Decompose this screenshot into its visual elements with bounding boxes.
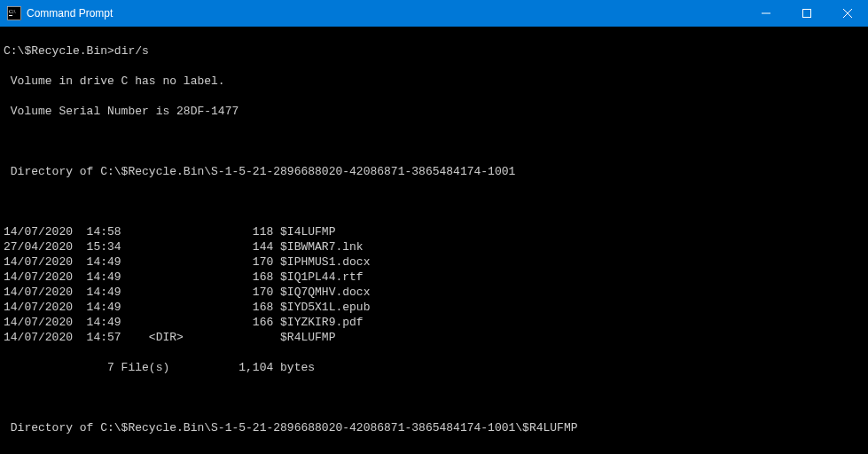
cmd-icon: C:\	[7, 6, 21, 20]
file-row: 14/07/2020 14:49 170 $IQ7QMHV.docx	[4, 285, 864, 300]
prompt-line: C:\$Recycle.Bin>dir/s	[4, 43, 864, 59]
titlebar[interactable]: C:\ Command Prompt	[0, 0, 868, 27]
blank-line	[4, 194, 864, 209]
volume-label-line: Volume in drive C has no label.	[4, 74, 864, 89]
file-row: 27/04/2020 15:34 144 $IBWMAR7.lnk	[4, 239, 864, 254]
blank-line	[4, 450, 864, 454]
file-row: 14/07/2020 14:49 168 $IQ1PL44.rtf	[4, 270, 864, 285]
blank-line	[4, 134, 864, 149]
volume-serial-line: Volume Serial Number is 28DF-1477	[4, 104, 864, 119]
window-title: Command Prompt	[27, 7, 113, 20]
file-row: 14/07/2020 14:58 118 $I4LUFMP	[4, 224, 864, 239]
svg-rect-3	[9, 15, 12, 16]
minimize-button[interactable]	[746, 0, 786, 27]
directory-header: Directory of C:\$Recycle.Bin\S-1-5-21-28…	[4, 420, 864, 435]
file-row: 14/07/2020 14:49 170 $IPHMUS1.docx	[4, 254, 864, 270]
prompt-path: C:\$Recycle.Bin>	[4, 44, 114, 58]
command-text: dir/s	[114, 44, 149, 58]
directory-header: Directory of C:\$Recycle.Bin\S-1-5-21-28…	[4, 164, 864, 179]
close-button[interactable]	[827, 0, 868, 27]
file-row: 14/07/2020 14:49 168 $IYD5X1L.epub	[4, 300, 864, 315]
svg-text:C:\: C:\	[9, 9, 16, 14]
file-row: 14/07/2020 14:57 <DIR> $R4LUFMP	[4, 330, 864, 345]
svg-rect-5	[803, 10, 811, 18]
terminal-output[interactable]: C:\$Recycle.Bin>dir/s Volume in drive C …	[0, 27, 868, 454]
blank-line	[4, 390, 864, 405]
dir1-summary: 7 File(s) 1,104 bytes	[4, 360, 864, 375]
maximize-button[interactable]	[786, 0, 827, 27]
file-row: 14/07/2020 14:49 166 $IYZKIR9.pdf	[4, 315, 864, 330]
